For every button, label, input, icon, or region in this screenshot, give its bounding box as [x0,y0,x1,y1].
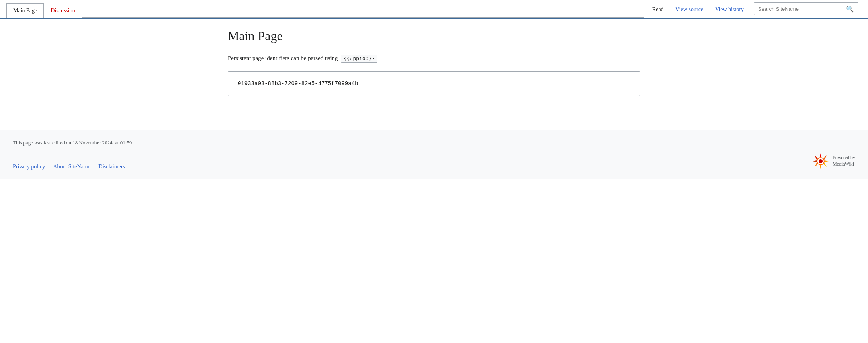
tab-view-history[interactable]: View history [710,3,749,16]
search-button[interactable]: 🔍 [842,4,858,14]
svg-marker-1 [820,153,821,157]
footer: This page was last edited on 18 November… [0,130,868,179]
tabs-spacer [82,0,644,18]
footer-row: Privacy policy About SiteName Disclaimer… [13,152,855,170]
tab-main-page[interactable]: Main Page [6,3,44,18]
main-content: Main Page Persistent page identifiers ca… [215,19,653,114]
tab-read[interactable]: Read [647,3,669,16]
search-bar: 🔍 [754,2,858,15]
tab-view-source[interactable]: View source [671,3,709,16]
description-paragraph: Persistent page identifiers can be parse… [228,53,640,63]
description-text: Persistent page identifiers can be parse… [228,55,338,61]
header: Main Page Discussion Read View source Vi… [0,0,868,18]
page-title: Main Page [228,29,640,45]
mediawiki-logo-icon [812,152,829,170]
code-template: {{#ppid:}} [341,55,377,63]
powered-by: Powered by MediaWiki [812,152,855,170]
svg-marker-3 [813,160,817,162]
powered-by-text: Powered by MediaWiki [833,155,855,167]
footer-link-about[interactable]: About SiteName [53,164,90,170]
identifier-value: 01933a03-88b3-7209-82e5-4775f7099a4b [238,80,358,87]
tab-discussion[interactable]: Discussion [44,3,82,18]
tabs-right: Read View source View history 🔍 [644,0,862,18]
last-edited-text: This page was last edited on 18 November… [13,140,855,146]
identifier-block: 01933a03-88b3-7209-82e5-4775f7099a4b [228,71,640,96]
tabs-left: Main Page Discussion [6,0,82,18]
svg-point-10 [819,159,823,163]
svg-marker-2 [820,165,821,169]
footer-link-privacy[interactable]: Privacy policy [13,164,45,170]
footer-links: Privacy policy About SiteName Disclaimer… [13,164,125,170]
search-input[interactable] [754,4,842,14]
footer-link-disclaimers[interactable]: Disclaimers [98,164,125,170]
svg-marker-4 [825,160,829,162]
